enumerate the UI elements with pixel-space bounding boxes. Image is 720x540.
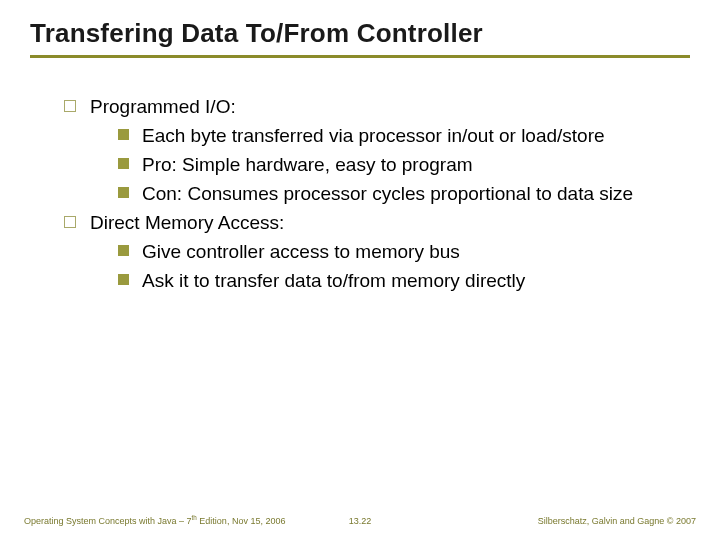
- list-item: Each byte transferred via processor in/o…: [118, 123, 670, 148]
- list-item-text: Programmed I/O:: [90, 96, 236, 117]
- footer: Operating System Concepts with Java – 7t…: [0, 514, 720, 526]
- list-item-text: Ask it to transfer data to/from memory d…: [142, 270, 525, 291]
- title-underline: [30, 55, 690, 58]
- square-outline-icon: [64, 216, 76, 228]
- square-filled-icon: [118, 187, 129, 198]
- list-item: Con: Consumes processor cycles proportio…: [118, 181, 670, 206]
- list-item-text: Direct Memory Access:: [90, 212, 284, 233]
- slide: Transfering Data To/From Controller Prog…: [0, 0, 720, 540]
- footer-left-prefix: Operating System Concepts with Java – 7: [24, 516, 192, 526]
- list-item-text: Each byte transferred via processor in/o…: [142, 125, 605, 146]
- slide-body: Programmed I/O: Each byte transferred vi…: [0, 66, 720, 294]
- footer-left-suffix: Edition, Nov 15, 2006: [197, 516, 286, 526]
- square-filled-icon: [118, 274, 129, 285]
- list-item-text: Give controller access to memory bus: [142, 241, 460, 262]
- title-block: Transfering Data To/From Controller: [0, 0, 720, 66]
- footer-left: Operating System Concepts with Java – 7t…: [24, 514, 337, 526]
- list-item: Direct Memory Access: Give controller ac…: [64, 210, 670, 293]
- square-filled-icon: [118, 129, 129, 140]
- slide-title: Transfering Data To/From Controller: [30, 18, 690, 49]
- square-filled-icon: [118, 245, 129, 256]
- list-item: Pro: Simple hardware, easy to program: [118, 152, 670, 177]
- footer-page-number: 13.22: [337, 516, 384, 526]
- square-filled-icon: [118, 158, 129, 169]
- list-item-text: Con: Consumes processor cycles proportio…: [142, 183, 633, 204]
- square-outline-icon: [64, 100, 76, 112]
- list-item: Programmed I/O: Each byte transferred vi…: [64, 94, 670, 206]
- footer-right: Silberschatz, Galvin and Gagne © 2007: [383, 516, 696, 526]
- list-item: Ask it to transfer data to/from memory d…: [118, 268, 670, 293]
- list-item-text: Pro: Simple hardware, easy to program: [142, 154, 473, 175]
- list-item: Give controller access to memory bus: [118, 239, 670, 264]
